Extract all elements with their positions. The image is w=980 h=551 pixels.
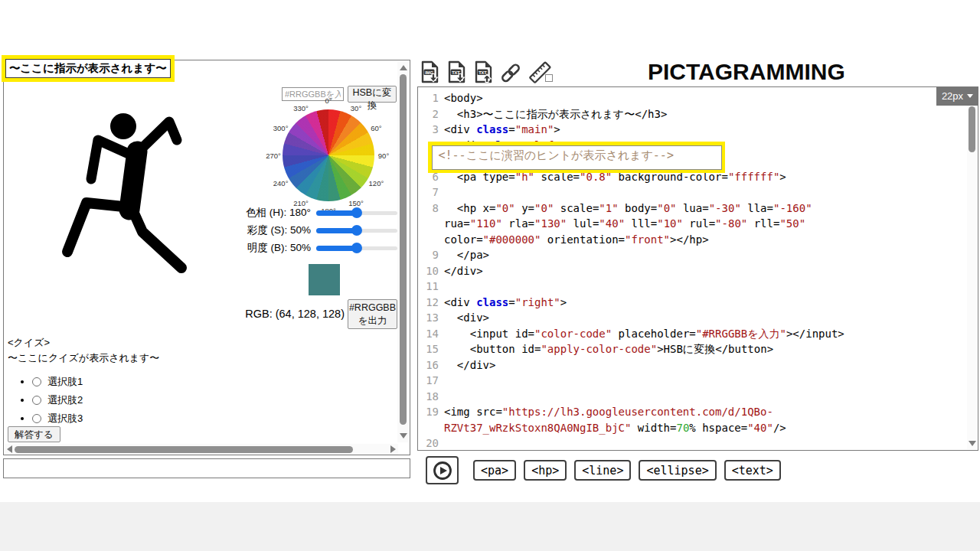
line-number: 2 [418,106,444,122]
scroll-right-arrow[interactable] [390,445,396,453]
page-bottom-strip [0,502,980,551]
code-row[interactable]: 11 [418,279,967,295]
vertical-scroll-thumb[interactable] [400,74,407,425]
color-wheel-disc[interactable] [283,109,374,201]
editor-scroll-down-arrow[interactable] [969,441,976,446]
play-icon [433,461,452,481]
svg-text:TXT: TXT [479,70,487,75]
font-size-selector[interactable]: 22px [936,86,978,106]
pictogram-figure [47,105,200,285]
brightness-slider-row: 明度 (B): 50% [230,241,397,255]
preview-vertical-scrollbar[interactable] [397,61,409,442]
code-line-text: </pa> [444,247,489,263]
preview-horizontal-scrollbar[interactable] [5,444,398,455]
code-row[interactable]: 8 <hp x="0" y="0" scale="1" body="0" lua… [418,201,967,217]
run-button[interactable] [426,456,459,484]
wheel-angle-label: 300° [273,124,289,132]
instruction-text: 〜ここに指示が表示されます〜 [5,59,171,78]
hint-highlight-box: <!--ここに演習のヒントが表示されます--> [428,142,725,173]
code-row[interactable]: 16 </div> [418,357,967,373]
quiz-options: 選択肢1選択肢2選択肢3 [32,375,329,425]
preview-bottom-input[interactable] [3,458,410,478]
code-line-text: RZVt37_wRzkStoxn8QA0NgIB_bjC" width=70% … [444,420,786,436]
quiz-option-label: 選択肢1 [47,376,83,387]
radio-button[interactable] [32,414,41,423]
line-number: 11 [418,279,444,295]
line-number: 14 [418,326,444,342]
hue-slider[interactable] [316,207,397,219]
code-row[interactable]: 14 <input id="color-code" placeholder="#… [418,326,967,342]
code-row[interactable]: 1<body> [418,90,967,106]
link-icon[interactable] [500,60,521,83]
line-number: 20 [418,435,444,451]
brightness-slider-thumb[interactable] [351,243,362,253]
download-text-icon[interactable]: TXT [446,60,466,83]
code-row[interactable]: 3<div class="main"> [418,122,967,138]
line-number: 3 [418,122,444,138]
saturation-slider-row: 彩度 (S): 50% [230,223,397,237]
code-line-text: rua="110" rla="130" lul="40" lll="10" ru… [444,216,805,232]
tag-buttons: <pa><hp><line><ellipse><text> [473,460,781,481]
insert-tag-button[interactable]: <line> [574,460,631,481]
code-row[interactable]: 12<div class="right"> [418,295,967,311]
hue-slider-thumb[interactable] [351,207,362,218]
quiz-option-label: 選択肢3 [47,412,83,424]
code-row[interactable]: color="#000000" orientation="front"></hp… [418,232,967,248]
convert-to-hsb-button[interactable]: HSBに変換 [348,86,397,103]
code-row[interactable]: 2 <h3>〜ここに指示が表示されます〜</h3> [418,106,967,122]
code-row[interactable]: 18 [418,389,967,405]
quiz-option-label: 選択肢2 [47,394,83,406]
code-row[interactable]: 7 [418,184,967,201]
line-number [418,216,444,232]
code-row[interactable]: RZVt37_wRzkStoxn8QA0NgIB_bjC" width=70% … [418,420,967,436]
wheel-angle-label: 240° [273,179,289,187]
code-editor[interactable]: 1<body>2 <h3>〜ここに指示が表示されます〜</h3>3<div cl… [417,86,978,451]
code-row[interactable]: 9 </pa> [418,247,967,263]
code-line-text: <button id="apply-color-code">HSBに変換</bu… [444,341,773,357]
scroll-down-arrow[interactable] [400,433,407,439]
ruler-toggle-checkbox[interactable] [545,74,553,82]
line-number: 8 [418,201,444,217]
horizontal-scroll-thumb[interactable] [15,446,353,453]
code-row[interactable]: 10</div> [418,263,967,279]
saturation-slider-thumb[interactable] [351,225,362,236]
code-row[interactable]: rua="110" rla="130" lul="40" lll="10" ru… [418,216,967,232]
preview-panel: HSBに変換 0°30°60°90°120°150°180°210°240°27… [3,60,410,455]
code-line-text: <img src="https://lh3.googleusercontent.… [444,404,773,420]
wheel-angle-label: 90° [378,152,389,160]
answer-button[interactable]: 解答する [8,426,60,442]
insert-tag-button[interactable]: <pa> [473,460,516,481]
radio-button[interactable] [32,396,41,405]
scroll-left-arrow[interactable] [7,445,12,453]
scroll-up-arrow[interactable] [400,65,407,70]
saturation-label: 彩度 (S): 50% [230,223,316,237]
code-row[interactable]: 15 <button id="apply-color-code">HSBに変換<… [418,341,967,357]
code-row[interactable]: 20 [418,435,967,451]
line-number: 19 [418,404,444,420]
code-line-text: <body> [444,90,483,106]
editor-vertical-scrollbar[interactable] [967,106,977,449]
quiz-option: 選択肢1 [32,375,329,389]
radio-button[interactable] [32,377,41,386]
code-line-text: <div class="right"> [444,295,567,311]
insert-tag-button[interactable]: <ellipse> [639,460,716,481]
brightness-label: 明度 (B): 50% [230,241,316,255]
code-row[interactable]: 13 <div> [418,310,967,326]
output-rrggbb-button[interactable]: #RRGGBB を出力 [348,299,397,329]
saturation-slider[interactable] [316,224,397,236]
color-wheel[interactable]: 0°30°60°90°120°150°180°210°240°270°300°3… [283,109,374,201]
brightness-slider[interactable] [316,242,397,254]
code-line-text: <input id="color-code" placeholder="#RRG… [444,326,844,342]
upload-text-icon[interactable]: TXT [473,60,493,83]
insert-tag-button[interactable]: <text> [724,460,781,481]
code-row[interactable]: 17 [418,373,967,389]
download-image-icon[interactable]: IMG [420,60,439,83]
insert-tag-button[interactable]: <hp> [524,460,567,481]
code-row[interactable]: 19<img src="https://lh3.googleuserconten… [418,404,967,420]
editor-scroll-thumb[interactable] [969,106,975,152]
hex-color-input[interactable] [282,87,344,101]
quiz-title: <クイズ> [8,336,329,350]
rgb-value-label: RGB: (64, 128, 128) [230,308,345,320]
line-number: 13 [418,310,444,326]
line-number: 7 [418,184,444,201]
